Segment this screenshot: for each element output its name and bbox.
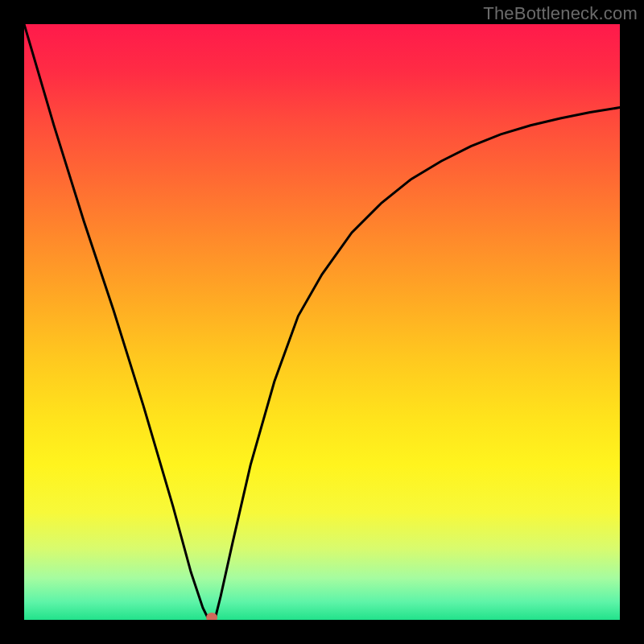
bottleneck-curve-svg <box>24 24 620 620</box>
watermark-text: TheBottleneck.com <box>483 3 638 24</box>
plot-area <box>24 24 620 620</box>
bottleneck-curve-path <box>24 24 620 620</box>
chart-frame: TheBottleneck.com <box>0 0 644 644</box>
